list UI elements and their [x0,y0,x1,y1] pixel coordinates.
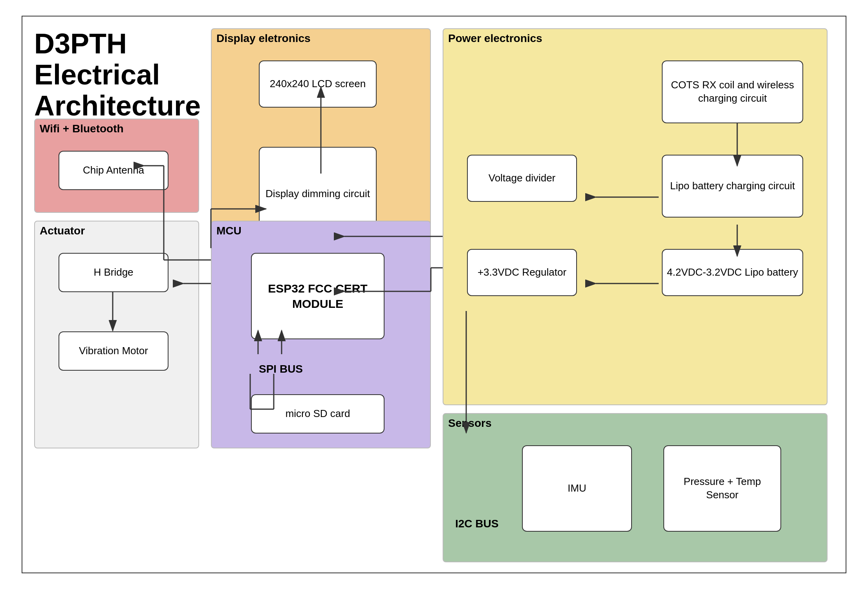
block-imu: IMU [522,445,632,532]
block-voltage-divider: Voltage divider [467,155,577,202]
section-actuator-label: Actuator [35,221,198,240]
section-mcu: MCU ESP32 FCC CERT MODULE SPI BUS micro … [211,221,431,448]
diagram: D3PTH Electrical Architecture Wifi + Blu… [22,16,846,573]
section-wifi: Wifi + Bluetooth Chip Antenna [34,119,199,213]
block-lipo-battery: 4.2VDC-3.2VDC Lipo battery [662,249,803,296]
block-micro-sd: micro SD card [251,394,385,434]
section-sensors: Sensors I2C BUS IMU Pressure + Temp Sens… [443,413,828,562]
section-mcu-label: MCU [212,221,430,240]
block-vibration-motor: Vibration Motor [59,331,168,371]
block-lipo-charging: Lipo battery charging circuit [662,155,803,218]
i2c-bus-label: I2C BUS [455,518,498,530]
block-lcd-screen: 240x240 LCD screen [259,60,377,108]
page-title: D3PTH Electrical Architecture [34,28,160,122]
block-pressure-temp: Pressure + Temp Sensor [663,445,781,532]
section-wifi-label: Wifi + Bluetooth [35,119,198,138]
spi-bus-label: SPI BUS [259,363,303,375]
section-actuator: Actuator H Bridge Vibration Motor [34,221,199,448]
block-cots-rx: COTS RX coil and wireless charging circu… [662,60,803,123]
section-power: Power electronics COTS RX coil and wirel… [443,28,828,405]
section-sensors-label: Sensors [443,414,827,433]
block-esp32: ESP32 FCC CERT MODULE [251,253,385,339]
block-regulator: +3.3VDC Regulator [467,249,577,296]
block-h-bridge: H Bridge [59,253,168,292]
block-chip-antenna: Chip Antenna [59,151,168,190]
section-display-label: Display eletronics [212,29,430,48]
section-power-label: Power electronics [443,29,827,48]
